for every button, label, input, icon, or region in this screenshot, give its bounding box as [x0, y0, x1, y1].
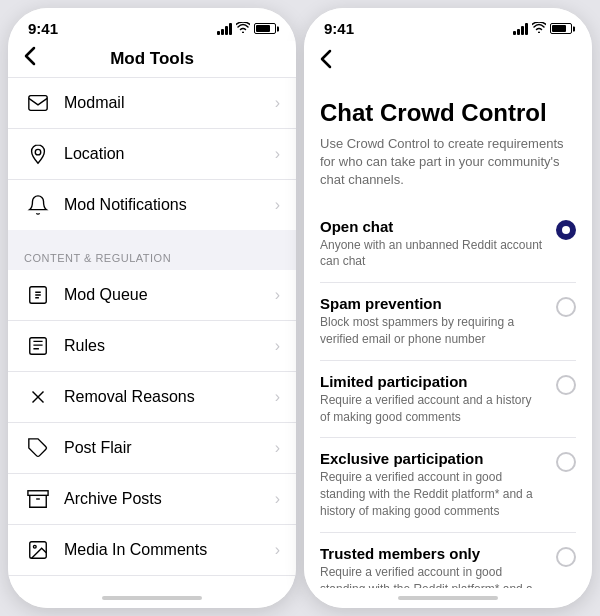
menu-item-media-comments[interactable]: Media In Comments ›	[8, 525, 296, 576]
rules-icon	[24, 332, 52, 360]
right-battery-icon	[550, 23, 572, 34]
media-icon	[24, 536, 52, 564]
removal-reasons-label: Removal Reasons	[64, 388, 275, 406]
right-signal-icon	[513, 23, 528, 35]
limited-participation-text: Limited participation Require a verified…	[320, 373, 544, 426]
flair-icon	[24, 434, 52, 462]
svg-rect-0	[29, 96, 47, 111]
svg-point-10	[33, 545, 36, 548]
menu-item-modmail[interactable]: Modmail ›	[8, 78, 296, 129]
option-exclusive-participation[interactable]: Exclusive participation Require a verifi…	[320, 438, 576, 532]
archive-posts-label: Archive Posts	[64, 490, 275, 508]
right-wifi-icon	[532, 22, 546, 36]
menu-item-post-flair[interactable]: Post Flair ›	[8, 423, 296, 474]
option-limited-participation[interactable]: Limited participation Require a verified…	[320, 361, 576, 439]
option-spam-prevention[interactable]: Spam prevention Block most spammers by r…	[320, 283, 576, 361]
archive-posts-chevron: ›	[275, 490, 280, 508]
media-comments-label: Media In Comments	[64, 541, 275, 559]
left-nav-header: Mod Tools	[8, 41, 296, 78]
exclusive-participation-title: Exclusive participation	[320, 450, 544, 467]
menu-item-rules[interactable]: Rules ›	[8, 321, 296, 372]
menu-item-archive-posts[interactable]: Archive Posts ›	[8, 474, 296, 525]
trusted-members-desc: Require a verified account in good stand…	[320, 564, 544, 588]
svg-point-1	[35, 149, 41, 155]
menu-item-removal-reasons[interactable]: Removal Reasons ›	[8, 372, 296, 423]
left-back-button[interactable]	[24, 46, 36, 72]
left-content: Modmail › Location ›	[8, 78, 296, 588]
right-page-title: Chat Crowd Control	[320, 99, 576, 127]
left-time: 9:41	[28, 20, 58, 37]
menu-item-mod-notifications[interactable]: Mod Notifications ›	[8, 180, 296, 230]
exclusive-participation-text: Exclusive participation Require a verifi…	[320, 450, 544, 519]
modmail-label: Modmail	[64, 94, 275, 112]
limited-participation-desc: Require a verified account and a history…	[320, 392, 544, 426]
battery-icon	[254, 23, 276, 34]
option-trusted-members[interactable]: Trusted members only Require a verified …	[320, 533, 576, 588]
content-section-header: CONTENT & REGULATION	[8, 238, 296, 270]
menu-item-mod-queue[interactable]: Mod Queue ›	[8, 270, 296, 321]
exclusive-participation-desc: Require a verified account in good stand…	[320, 469, 544, 519]
menu-item-location[interactable]: Location ›	[8, 129, 296, 180]
location-chevron: ›	[275, 145, 280, 163]
right-nav-header	[304, 41, 592, 83]
top-items-group: Modmail › Location ›	[8, 78, 296, 230]
spam-prevention-desc: Block most spammers by requiring a verif…	[320, 314, 544, 348]
spam-prevention-text: Spam prevention Block most spammers by r…	[320, 295, 544, 348]
left-status-bar: 9:41	[8, 8, 296, 41]
open-chat-desc: Anyone with an unbanned Reddit account c…	[320, 237, 544, 271]
right-home-indicator	[304, 588, 592, 608]
trusted-members-text: Trusted members only Require a verified …	[320, 545, 544, 588]
bell-icon	[24, 191, 52, 219]
post-flair-chevron: ›	[275, 439, 280, 457]
signal-icon	[217, 23, 232, 35]
left-home-indicator	[8, 588, 296, 608]
top-menu-list: Modmail › Location ›	[8, 78, 296, 230]
trusted-members-title: Trusted members only	[320, 545, 544, 562]
left-page-title: Mod Tools	[110, 49, 194, 69]
open-chat-radio[interactable]	[556, 220, 576, 240]
mod-queue-label: Mod Queue	[64, 286, 275, 304]
option-open-chat[interactable]: Open chat Anyone with an unbanned Reddit…	[320, 206, 576, 284]
archive-icon	[24, 485, 52, 513]
mod-queue-icon	[24, 281, 52, 309]
removal-icon	[24, 383, 52, 411]
limited-participation-radio[interactable]	[556, 375, 576, 395]
right-status-bar: 9:41	[304, 8, 592, 41]
mod-notifications-label: Mod Notifications	[64, 196, 275, 214]
left-status-icons	[217, 22, 276, 36]
right-back-button[interactable]	[320, 49, 332, 75]
mod-queue-chevron: ›	[275, 286, 280, 304]
spam-prevention-radio[interactable]	[556, 297, 576, 317]
right-status-icons	[513, 22, 572, 36]
modmail-icon	[24, 89, 52, 117]
post-flair-label: Post Flair	[64, 439, 275, 457]
removal-reasons-chevron: ›	[275, 388, 280, 406]
rules-chevron: ›	[275, 337, 280, 355]
menu-item-post-types[interactable]: Post Types ›	[8, 576, 296, 588]
open-chat-text: Open chat Anyone with an unbanned Reddit…	[320, 218, 544, 271]
svg-rect-3	[30, 338, 47, 355]
right-page-subtitle: Use Crowd Control to create requirements…	[320, 135, 576, 190]
wifi-icon	[236, 22, 250, 36]
right-phone: 9:41	[304, 8, 592, 608]
open-chat-title: Open chat	[320, 218, 544, 235]
modmail-chevron: ›	[275, 94, 280, 112]
svg-rect-7	[28, 491, 48, 496]
content-section-group: CONTENT & REGULATION Mod Queue ›	[8, 238, 296, 588]
location-icon	[24, 140, 52, 168]
rules-label: Rules	[64, 337, 275, 355]
mod-notifications-chevron: ›	[275, 196, 280, 214]
left-phone: 9:41	[8, 8, 296, 608]
right-content-area: Chat Crowd Control Use Crowd Control to …	[304, 83, 592, 588]
content-menu-list: Mod Queue › Rules ›	[8, 270, 296, 588]
trusted-members-radio[interactable]	[556, 547, 576, 567]
spam-prevention-title: Spam prevention	[320, 295, 544, 312]
limited-participation-title: Limited participation	[320, 373, 544, 390]
exclusive-participation-radio[interactable]	[556, 452, 576, 472]
media-comments-chevron: ›	[275, 541, 280, 559]
location-label: Location	[64, 145, 275, 163]
right-time: 9:41	[324, 20, 354, 37]
